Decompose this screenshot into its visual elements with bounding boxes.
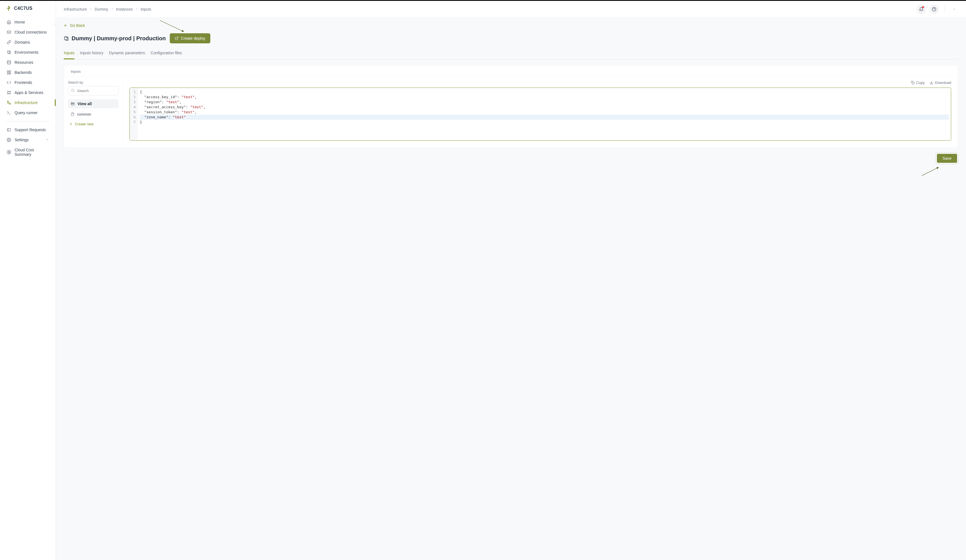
page-title: Dummy | Dummy-prod | Production [64,35,166,42]
code-icon [7,80,11,85]
cloud-icon [7,30,11,34]
breadcrumb-item[interactable]: Infrastructure [64,7,87,11]
chevron-right-icon [135,7,138,11]
sidebar-item-label: Domains [15,40,30,44]
sidebar-item-home[interactable]: Home [2,17,53,27]
svg-rect-14 [7,128,11,131]
terminal-icon [7,110,11,115]
inputs-card: Inputs Search by View all [64,65,958,148]
svg-rect-20 [64,37,67,40]
sidebar-item-frontends[interactable]: Frontends [2,77,53,87]
grid-icon [7,70,11,75]
sidebar-item-label: Frontends [15,80,32,85]
tab-configuration-files[interactable]: Configuration files [151,48,182,59]
code-editor[interactable]: 1⌄234567 { "access_key_id": "test", "reg… [130,87,951,141]
stack-icon [64,36,69,41]
home-icon [7,20,11,24]
sidebar-item-label: Backends [15,70,31,75]
breadcrumb-item[interactable]: Inputs [141,7,151,11]
sidebar-item-cloud-connections[interactable]: Cloud connections [2,27,53,37]
svg-rect-4 [9,71,11,72]
search-icon [71,89,75,93]
sidebar-item-label: Cloud Cost Summary [15,148,49,157]
sidebar-item-label: Support Requests [15,128,46,132]
notification-dot [922,6,924,8]
external-link-icon [175,36,179,40]
db-icon [7,60,11,65]
file-icon [71,112,74,116]
divider [945,5,945,13]
go-back-link[interactable]: Go Back [64,23,85,28]
breadcrumb-item[interactable]: Dummy [95,7,108,11]
sidebar-item-label: Query runner [15,110,38,115]
sidebar-item-infrastructure[interactable]: Infrastructure [2,98,53,108]
sidebar-item-label: Resources [15,60,33,65]
help-icon [932,7,936,11]
sidebar-item-label: Cloud connections [15,30,47,34]
tab-inputs-history[interactable]: Inputs history [80,48,103,59]
sidebar: C4C7US ‹ HomeCloud connectionsDomainsEnv… [0,1,56,560]
svg-rect-6 [7,73,9,74]
apps-icon [7,90,11,95]
view-all-button[interactable]: View all [68,99,118,108]
sidebar-item-support-requests[interactable]: Support Requests [2,125,53,135]
help-button[interactable] [929,5,939,14]
breadcrumb-item[interactable]: Instances [116,7,133,11]
sidebar-item-cloud-cost-summary[interactable]: Cloud Cost Summary [2,145,53,159]
content: Go Back Dummy | Dummy-prod | Production … [56,18,966,560]
svg-line-22 [74,91,74,92]
sidebar-item-label: Apps & Services [15,90,43,95]
tabs: InputsInputs historyDynamic parametersCo… [64,48,958,59]
arrow-left-icon [64,23,68,28]
sidebar-item-domains[interactable]: Domains [2,37,53,47]
annotation-arrow [922,166,941,178]
search-field[interactable] [68,86,118,95]
sidebar-item-label: Settings [15,138,29,142]
tab-dynamic-parameters[interactable]: Dynamic parameters [109,48,145,59]
chevron-down-icon [46,138,49,142]
download-icon [930,81,933,84]
user-menu[interactable] [950,7,958,12]
svg-rect-0 [7,31,11,33]
sidebar-item-settings[interactable]: Settings [2,135,53,145]
sidebar-item-environments[interactable]: Environments [2,47,53,57]
ticket-icon [7,128,11,132]
svg-point-16 [8,139,10,140]
svg-line-27 [922,167,939,176]
svg-rect-3 [7,71,9,72]
chevron-right-icon [110,7,114,11]
topbar: InfrastructureDummyInstancesInputs [56,1,966,18]
search-input[interactable] [68,86,118,95]
link-icon [7,40,11,44]
sidebar-item-label: Environments [15,50,39,54]
infra-icon [7,100,11,105]
create-new-button[interactable]: Create new [68,120,118,128]
cactus-icon [6,5,12,11]
sidebar-item-apps-services[interactable]: Apps & Services [2,87,53,98]
svg-rect-5 [9,73,11,74]
chevron-down-icon [953,8,956,11]
search-label: Search by [68,80,118,84]
tab-inputs[interactable]: Inputs [64,48,74,59]
sidebar-item-resources[interactable]: Resources [2,57,53,67]
create-deploy-button[interactable]: Create deploy [170,33,210,43]
plus-icon [69,122,73,126]
svg-point-21 [72,89,74,92]
copy-button[interactable]: Copy [911,80,925,85]
svg-rect-25 [912,82,914,84]
sidebar-item-label: Home [15,20,25,24]
notifications-button[interactable] [917,5,926,14]
save-button[interactable]: Save [937,154,957,163]
input-item[interactable]: common [68,110,118,118]
brand-text: C4C7US [14,6,33,11]
card-title: Inputs [64,69,958,76]
brand-logo[interactable]: C4C7US [0,5,56,17]
svg-point-2 [7,61,11,62]
inputs-sidebar: Search by View all common [64,76,123,148]
editor-panel: Copy Download 1⌄234567 { "access_key_id"… [123,76,958,148]
sidebar-item-backends[interactable]: Backends [2,67,53,77]
download-button[interactable]: Download [930,80,951,85]
gear-icon [7,138,11,142]
sidebar-item-query-runner[interactable]: Query runner [2,108,53,118]
chevron-right-icon [89,7,92,11]
